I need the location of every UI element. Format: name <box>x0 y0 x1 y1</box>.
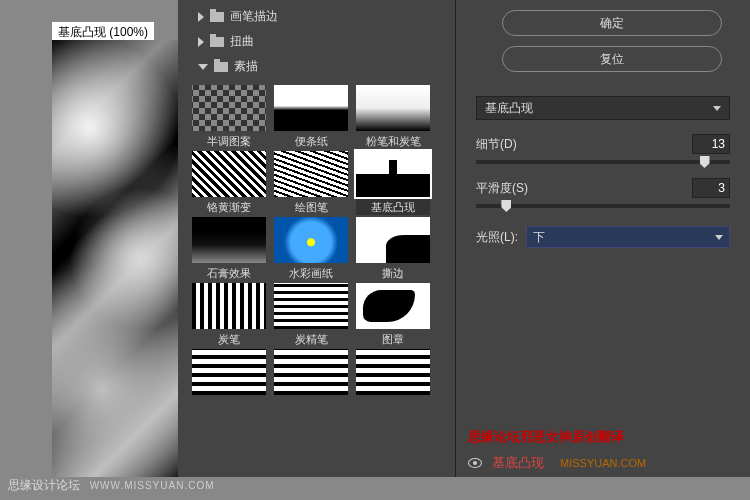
watermark-text: 思缘论坛邪恶女神原创翻译 <box>468 428 624 446</box>
light-label: 光照(L): <box>476 229 518 246</box>
ok-button[interactable]: 确定 <box>502 10 722 36</box>
thumb-stamp[interactable]: 图章 <box>356 283 430 347</box>
preview-image <box>52 40 178 477</box>
thumb-notepaper[interactable]: 便条纸 <box>274 85 348 149</box>
thumb-halftone[interactable]: 半调图案 <box>192 85 266 149</box>
thumb-extra1[interactable] <box>192 349 266 398</box>
folder-icon <box>210 12 224 22</box>
thumb-graphicpen[interactable]: 绘图笔 <box>274 151 348 215</box>
category-label: 素描 <box>234 58 258 75</box>
detail-slider[interactable] <box>476 160 730 164</box>
thumb-extra2[interactable] <box>274 349 348 398</box>
settings-panel: 确定 复位 基底凸现 细节(D) 13 平滑度(S) 3 光照(L): 下 <box>456 0 750 477</box>
layer-url: MISSYUAN.COM <box>560 457 646 469</box>
slider-thumb[interactable] <box>501 200 511 212</box>
chevron-down-icon <box>715 235 723 240</box>
thumb-tornedges[interactable]: 撕边 <box>356 217 430 281</box>
chevron-down-icon <box>198 64 208 70</box>
category-label: 扭曲 <box>230 33 254 50</box>
footer-url: WWW.MISSYUAN.COM <box>90 480 215 491</box>
thumb-charcoal[interactable]: 炭笔 <box>192 283 266 347</box>
filter-dropdown-value: 基底凸现 <box>485 100 533 117</box>
footer-site: 思缘设计论坛 <box>8 478 80 492</box>
footer: 思缘设计论坛 WWW.MISSYUAN.COM <box>8 477 215 494</box>
thumb-conte[interactable]: 炭精笔 <box>274 283 348 347</box>
smooth-slider[interactable] <box>476 204 730 208</box>
smooth-label: 平滑度(S) <box>476 180 528 197</box>
chevron-right-icon <box>198 12 204 22</box>
category-label: 画笔描边 <box>230 8 278 25</box>
light-value: 下 <box>533 229 545 246</box>
light-select[interactable]: 下 <box>526 226 730 248</box>
reset-button[interactable]: 复位 <box>502 46 722 72</box>
category-panel: 画笔描边 扭曲 素描 半调图案 便条纸 粉笔和炭笔 铬黄渐变 绘图笔 基底凸现 … <box>178 0 456 477</box>
thumb-chalkcharcoal[interactable]: 粉笔和炭笔 <box>356 85 430 149</box>
thumb-chrome[interactable]: 铬黄渐变 <box>192 151 266 215</box>
thumb-plaster[interactable]: 石膏效果 <box>192 217 266 281</box>
thumb-basrelief[interactable]: 基底凸现 <box>356 151 430 215</box>
detail-value[interactable]: 13 <box>692 134 730 154</box>
filter-dropdown[interactable]: 基底凸现 <box>476 96 730 120</box>
layer-row[interactable]: 基底凸现 MISSYUAN.COM <box>468 454 646 472</box>
thumb-waterpaper[interactable]: 水彩画纸 <box>274 217 348 281</box>
folder-icon <box>214 62 228 72</box>
chevron-down-icon <box>713 106 721 111</box>
thumb-extra3[interactable] <box>356 349 430 398</box>
category-sketch[interactable]: 素描 <box>178 54 455 79</box>
slider-thumb[interactable] <box>700 156 710 168</box>
smooth-value[interactable]: 3 <box>692 178 730 198</box>
layer-name: 基底凸现 <box>492 454 544 472</box>
detail-label: 细节(D) <box>476 136 517 153</box>
chevron-right-icon <box>198 37 204 47</box>
visibility-icon[interactable] <box>468 458 482 468</box>
category-brushstrokes[interactable]: 画笔描边 <box>178 4 455 29</box>
folder-icon <box>210 37 224 47</box>
thumbnail-grid: 半调图案 便条纸 粉笔和炭笔 铬黄渐变 绘图笔 基底凸现 石膏效果 水彩画纸 撕… <box>178 79 455 404</box>
category-distort[interactable]: 扭曲 <box>178 29 455 54</box>
